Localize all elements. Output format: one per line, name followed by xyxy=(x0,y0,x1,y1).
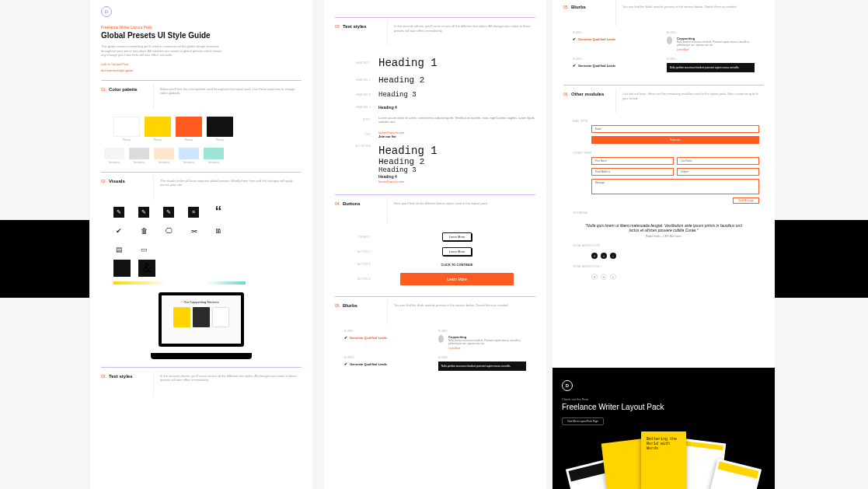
blurb-2-body-b: Nulla porttitor accumsan tincidunt. Prae… xyxy=(677,40,755,47)
email-optin-label: Email Optin xyxy=(573,120,775,123)
swatch-orange xyxy=(176,117,202,137)
section-03-desc-teaser: In the second column, you'll come across… xyxy=(160,371,302,382)
page-column-3: 05. Blurbs You can find the blurb module… xyxy=(553,0,775,489)
blurb-1-title: Generate Qualified Leads xyxy=(344,335,432,340)
blurb-4-label-b: Blurb 4 xyxy=(667,58,755,61)
instagram-icon[interactable]: i xyxy=(610,253,616,259)
social-dark-label: Social Media Follow xyxy=(573,244,775,247)
monitor-icon: 🖵 xyxy=(163,225,174,236)
section-06-header: 06. Other modules xyxy=(563,89,616,114)
section-05-header: 05. Blurbs xyxy=(335,300,388,325)
blurb-1-title-b: Generate Qualified Leads xyxy=(573,37,661,41)
testimonial-quote: "Nulla quis lorem ut libero malesuada fe… xyxy=(584,223,744,232)
section-divider xyxy=(101,80,302,81)
laptop-screen-title: Our Copywriting Services xyxy=(183,300,218,304)
chart-icon: ⫘ xyxy=(188,225,199,236)
ampersand-square: & xyxy=(138,260,155,277)
section-divider xyxy=(335,17,535,18)
section-02-desc: The visuals below all have separate glob… xyxy=(160,176,302,187)
social-light-label: Social Media Follow 2 xyxy=(573,265,775,268)
send-button[interactable]: Send Message xyxy=(733,197,759,204)
secondary-swatches: Secondary Secondary Secondary Secondary … xyxy=(104,148,312,164)
fullwidth-button[interactable]: Learn More xyxy=(400,273,514,285)
page-column-2: 03. Text styles In the second column, yo… xyxy=(324,0,546,489)
section-06-desc: Last but not least, these are the remain… xyxy=(622,89,764,100)
link-text-sample[interactable]: Join our list xyxy=(378,134,535,138)
swatch-sec-4 xyxy=(179,148,199,159)
swatch-sec-3 xyxy=(154,148,174,159)
instagram-icon-light[interactable]: i xyxy=(610,274,616,280)
section-01-desc: Below you'll find the color palette used… xyxy=(160,84,302,96)
swatch-sec-1 xyxy=(104,148,124,159)
page-title: Global Presets UI Style Guide xyxy=(101,31,302,40)
button-2[interactable]: Learn More xyxy=(442,247,472,256)
section-05-header-cont: 05. Blurbs xyxy=(563,0,616,26)
express-link[interactable]: divi.express/style-guide xyxy=(101,68,302,72)
footer-pretitle: Check out the Free xyxy=(562,397,765,401)
blurb-1-label-b: Blurb 1 xyxy=(573,31,661,34)
footer-title: Freelance Writer Layout Pack xyxy=(562,403,765,411)
background-band-right xyxy=(775,220,868,298)
blurb-3-title-b: Generate Qualified Leads xyxy=(573,63,661,68)
doc-icon: 🗎 xyxy=(213,225,224,236)
facebook-icon-light[interactable]: f xyxy=(591,274,598,280)
swatch-white xyxy=(113,117,140,137)
message-field[interactable]: Message xyxy=(591,179,759,194)
gradient-divider xyxy=(113,281,246,285)
footer-cta: D Check out the Free Freelance Writer La… xyxy=(553,368,775,489)
laptop-card-yellow xyxy=(173,307,190,327)
twitter-icon[interactable]: t xyxy=(601,253,607,259)
social-follow-light: f t i xyxy=(553,271,775,280)
section-divider xyxy=(335,194,535,195)
section-divider xyxy=(335,296,535,297)
facebook-icon[interactable]: f xyxy=(591,253,598,259)
default-button[interactable]: Learn More xyxy=(442,232,472,241)
body-text-sample: Lorem ipsum dolor sit amet, consectetur … xyxy=(378,116,535,124)
contact-form-label: Contact Form xyxy=(573,152,775,155)
page-column-1: D Freelance Writer Layout Pack Global Pr… xyxy=(90,0,312,489)
section-divider xyxy=(101,172,302,173)
bars-icon: ≡ xyxy=(188,207,199,218)
book-icon: ▭ xyxy=(138,244,149,255)
footer-cta-button[interactable]: Take Me to Layout Pack Page xyxy=(562,417,604,425)
heading-2-sample: Heading 2 xyxy=(378,75,535,85)
blurb-3-label-b: Blurb 3 xyxy=(573,58,661,61)
blurb-2-link-b[interactable]: Learn More xyxy=(677,48,688,51)
section-03-header-dup: 03. Text styles xyxy=(335,21,388,46)
blurb-1-label: Blurb 1 xyxy=(344,330,432,333)
subject-field[interactable]: Subject xyxy=(677,168,759,176)
heading-1-sample: Heading 1 xyxy=(378,57,535,69)
blurb-2-label: Blurb 2 xyxy=(438,330,526,333)
blurb-4-label: Blurb 4 xyxy=(438,356,526,359)
blurb-3-title: Generate Qualified Leads xyxy=(344,362,432,366)
testimonial-label: Testimonial xyxy=(573,211,775,215)
optin-email-field[interactable]: Email xyxy=(591,125,759,133)
edit-icon: ✎ xyxy=(138,207,149,218)
swatch-yellow xyxy=(145,117,171,137)
divi-logo: D xyxy=(101,6,112,17)
testimonial-author: Robert Smith — CEO, Divi Corner xyxy=(584,235,744,238)
all-link[interactable]: lorem@ipsum.com xyxy=(378,180,404,183)
icon-presets-grid: ✎ ✎ ✎ ≡ “ ✔ 🗑 🖵 ⫘ 🗎 ▤ ▭ xyxy=(113,207,312,255)
all-h2: Heading 2 xyxy=(378,157,535,166)
section-03-desc: In the second column, you'll come across… xyxy=(394,21,535,33)
section-03-header: 03. Text styles xyxy=(101,371,154,396)
first-name-field[interactable]: First Name xyxy=(591,157,674,165)
last-name-field[interactable]: Last Name xyxy=(677,157,759,165)
optin-subscribe-button[interactable]: Subscribe xyxy=(591,136,759,144)
email-field[interactable]: Email Address xyxy=(591,168,674,176)
layout-preview-3: Bettering the World with Words xyxy=(641,431,686,489)
section-02-header: 02. Visuals xyxy=(101,176,154,201)
blurb-4-card-b: Nulla porttitor accumsan tincidunt praes… xyxy=(667,63,755,72)
calendar-icon: ▤ xyxy=(113,244,124,255)
twitter-icon-light[interactable]: t xyxy=(601,274,607,280)
blurb-2-link[interactable]: Learn More xyxy=(448,347,460,350)
blurb-2-body: Nulla porttitor accumsan tincidunt. Prae… xyxy=(448,339,526,345)
pen-icon: ✎ xyxy=(113,207,124,218)
avatar-icon xyxy=(438,335,444,343)
all-h3: Heading 3 xyxy=(378,166,535,174)
tutorial-link[interactable]: Link to Tutorial Post xyxy=(101,62,302,66)
button-3[interactable]: Click to Continue xyxy=(441,263,473,267)
heading-4-sample: Heading 4 xyxy=(378,105,535,110)
section-04-header: 04. Buttons xyxy=(335,198,388,223)
